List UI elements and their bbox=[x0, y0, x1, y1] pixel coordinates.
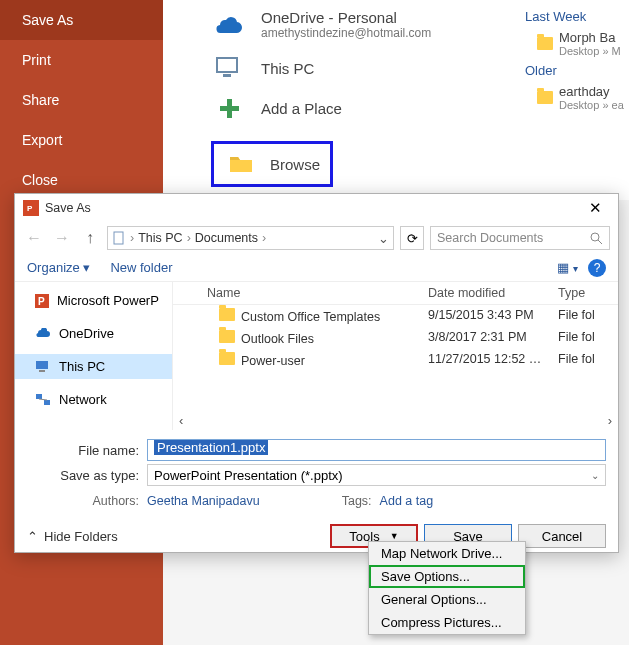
menu-compress-pictures[interactable]: Compress Pictures... bbox=[369, 611, 525, 634]
dialog-file-list: Name Date modified Type Custom Office Te… bbox=[173, 282, 618, 430]
folder-icon bbox=[537, 37, 553, 50]
menu-save-options[interactable]: Save Options... bbox=[369, 565, 525, 588]
recent-head-lastweek: Last Week bbox=[525, 9, 629, 24]
close-icon[interactable]: ✕ bbox=[581, 199, 610, 217]
search-input[interactable]: Search Documents bbox=[430, 226, 610, 250]
list-header: Name Date modified Type bbox=[173, 282, 618, 305]
svg-text:P: P bbox=[38, 296, 45, 307]
savetype-select[interactable]: PowerPoint Presentation (*.pptx) ⌄ bbox=[147, 464, 606, 486]
powerpoint-icon: P bbox=[23, 200, 39, 216]
view-button[interactable]: ▦ ▾ bbox=[557, 260, 578, 275]
onedrive-title: OneDrive - Personal bbox=[261, 9, 431, 26]
dialog-navrow: ← → ↑ › This PC › Documents › ⌄ ⟳ Search… bbox=[15, 222, 618, 254]
filename-input[interactable]: Presentation1.pptx bbox=[147, 439, 606, 461]
tags-value[interactable]: Add a tag bbox=[380, 494, 434, 508]
refresh-button[interactable]: ⟳ bbox=[400, 226, 424, 250]
folder-open-icon bbox=[224, 146, 260, 182]
onedrive-sub: amethystindezine@hotmail.com bbox=[261, 26, 431, 40]
svg-point-6 bbox=[591, 233, 599, 241]
nav-up-icon[interactable]: ↑ bbox=[79, 229, 101, 247]
powerpoint-icon: P bbox=[35, 294, 49, 308]
chevron-down-icon: ▾ bbox=[573, 263, 578, 274]
crumb-0[interactable]: This PC bbox=[138, 231, 182, 245]
recent-name: earthday bbox=[559, 84, 624, 99]
col-name[interactable]: Name bbox=[173, 286, 428, 300]
chevron-down-icon: ▾ bbox=[83, 260, 90, 275]
svg-rect-5 bbox=[114, 232, 123, 244]
authors-value[interactable]: Geetha Manipadavu bbox=[147, 494, 260, 508]
folder-icon bbox=[537, 91, 553, 104]
pc-icon bbox=[211, 50, 247, 86]
chevron-down-icon: ▼ bbox=[390, 531, 399, 541]
cloud-icon bbox=[211, 6, 247, 42]
pc-icon bbox=[35, 360, 51, 373]
folder-icon bbox=[219, 352, 235, 365]
folder-icon bbox=[219, 330, 235, 343]
cancel-button[interactable]: Cancel bbox=[518, 524, 606, 548]
save-as-dialog: P Save As ✕ ← → ↑ › This PC › Documents … bbox=[14, 193, 619, 553]
help-icon[interactable]: ? bbox=[588, 259, 606, 277]
addplace-title: Add a Place bbox=[261, 100, 342, 117]
hide-folders-button[interactable]: ⌃ Hide Folders bbox=[27, 529, 118, 544]
side-network[interactable]: Network bbox=[15, 387, 172, 412]
newfolder-button[interactable]: New folder bbox=[110, 260, 172, 275]
dialog-titlebar: P Save As ✕ bbox=[15, 194, 618, 222]
sidebar-print[interactable]: Print bbox=[0, 40, 163, 80]
sidebar-export[interactable]: Export bbox=[0, 120, 163, 160]
plus-icon bbox=[211, 90, 247, 126]
dialog-footer: ⌃ Hide Folders Tools▼ Save Cancel bbox=[15, 514, 618, 558]
browse-title: Browse bbox=[270, 156, 320, 173]
thispc-title: This PC bbox=[261, 60, 314, 77]
side-powerpoint[interactable]: P Microsoft PowerP bbox=[15, 288, 172, 313]
network-icon bbox=[35, 393, 51, 406]
menu-general-options[interactable]: General Options... bbox=[369, 588, 525, 611]
sidebar-share[interactable]: Share bbox=[0, 80, 163, 120]
side-onedrive[interactable]: OneDrive bbox=[15, 321, 172, 346]
side-thispc[interactable]: This PC bbox=[15, 354, 172, 379]
svg-rect-1 bbox=[223, 74, 231, 77]
nav-fwd-icon[interactable]: → bbox=[51, 229, 73, 247]
list-row[interactable]: Custom Office Templates 9/15/2015 3:43 P… bbox=[173, 305, 618, 327]
svg-rect-12 bbox=[36, 394, 42, 399]
h-scrollbar[interactable]: ‹› bbox=[179, 413, 612, 428]
nav-back-icon[interactable]: ← bbox=[23, 229, 45, 247]
browse-highlight[interactable]: Browse bbox=[211, 141, 333, 187]
list-row[interactable]: Outlook Files 3/8/2017 2:31 PM File fol bbox=[173, 327, 618, 349]
list-row[interactable]: Power-user 11/27/2015 12:52 … File fol bbox=[173, 349, 618, 371]
svg-rect-11 bbox=[39, 370, 45, 372]
col-type[interactable]: Type bbox=[558, 286, 618, 300]
svg-rect-3 bbox=[220, 106, 239, 111]
recent-item-0[interactable]: Morph Ba Desktop » M bbox=[525, 30, 629, 57]
col-date[interactable]: Date modified bbox=[428, 286, 558, 300]
svg-line-7 bbox=[598, 240, 602, 244]
recent-column: Last Week Morph Ba Desktop » M Older ear… bbox=[509, 0, 629, 117]
tags-label: Tags: bbox=[340, 494, 380, 508]
dialog-title: Save As bbox=[45, 201, 581, 215]
address-bar[interactable]: › This PC › Documents › ⌄ bbox=[107, 226, 394, 250]
recent-name: Morph Ba bbox=[559, 30, 621, 45]
search-placeholder: Search Documents bbox=[437, 231, 543, 245]
chevron-up-icon: ⌃ bbox=[27, 529, 38, 544]
chevron-down-icon: ⌄ bbox=[591, 470, 599, 481]
savetype-label: Save as type: bbox=[27, 468, 147, 483]
svg-rect-13 bbox=[44, 400, 50, 405]
chevron-down-icon[interactable]: ⌄ bbox=[378, 231, 389, 246]
sidebar-save-as[interactable]: Save As bbox=[0, 0, 163, 40]
menu-map-drive[interactable]: Map Network Drive... bbox=[369, 542, 525, 565]
filename-label: File name: bbox=[27, 443, 147, 458]
svg-text:P: P bbox=[27, 204, 33, 213]
recent-item-1[interactable]: earthday Desktop » ea bbox=[525, 84, 629, 111]
svg-rect-10 bbox=[36, 361, 48, 369]
authors-label: Authors: bbox=[27, 494, 147, 508]
crumb-1[interactable]: Documents bbox=[195, 231, 258, 245]
cloud-icon bbox=[35, 328, 51, 339]
dialog-fields: File name: Presentation1.pptx Save as ty… bbox=[15, 430, 618, 514]
svg-rect-0 bbox=[217, 58, 237, 72]
dialog-side-nav: P Microsoft PowerP OneDrive This PC Netw… bbox=[15, 282, 173, 430]
organize-button[interactable]: Organize ▾ bbox=[27, 260, 90, 275]
dialog-toolbar: Organize ▾ New folder ▦ ▾ ? bbox=[15, 254, 618, 282]
recent-sub: Desktop » ea bbox=[559, 99, 624, 111]
location-browse-row: Browse bbox=[211, 144, 629, 184]
search-icon bbox=[589, 231, 603, 245]
svg-line-14 bbox=[39, 399, 47, 400]
